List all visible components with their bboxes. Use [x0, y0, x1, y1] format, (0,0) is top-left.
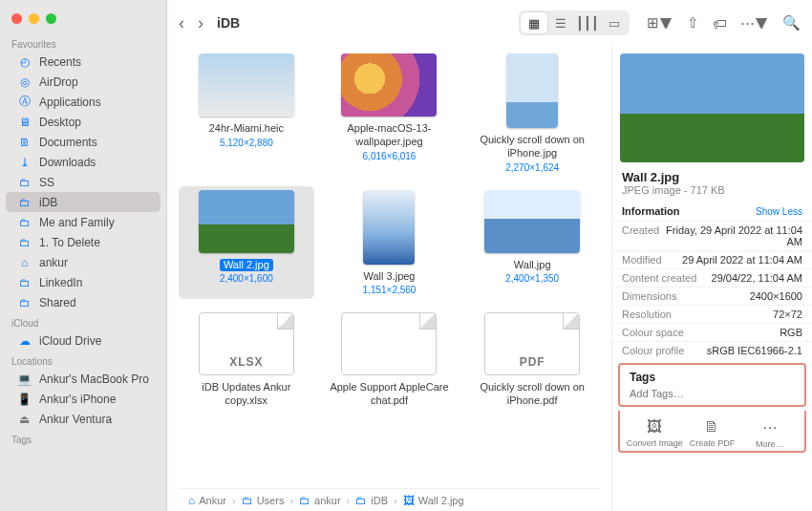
document-icon: [341, 312, 437, 375]
icon-view-button[interactable]: ▦: [521, 12, 547, 33]
inspector-filename: Wall 2.jpg: [612, 170, 812, 184]
desktop-icon: 🖥: [17, 115, 32, 129]
info-value: 29 April 2022 at 11:04 AM: [682, 254, 802, 266]
disk-icon: ⏏: [17, 412, 32, 426]
sidebar-item-shared[interactable]: 🗀Shared: [6, 292, 160, 312]
window-controls: [0, 6, 166, 33]
share-button[interactable]: ⇧: [687, 14, 699, 32]
sidebar-item-1-to-delete[interactable]: 🗀1. To Delete: [6, 232, 160, 252]
sidebar-heading: Tags: [0, 429, 166, 447]
path-crumb[interactable]: 🗀iDB: [355, 494, 388, 507]
file-name-label: Wall 3.jpeg: [363, 270, 415, 284]
actions-button[interactable]: ⋯⯆: [740, 14, 769, 32]
apps-icon: Ⓐ: [17, 95, 32, 109]
image-thumbnail: [199, 53, 294, 117]
folder-icon: 🗀: [299, 494, 310, 507]
sidebar-item-label: Recents: [39, 55, 81, 69]
add-tags-input[interactable]: [630, 388, 795, 399]
file-tile[interactable]: PDFQuickly scroll down on iPhone.pdf: [464, 309, 600, 412]
sidebar-item-icloud-drive[interactable]: ☁iCloud Drive: [6, 330, 160, 351]
file-tile[interactable]: Wall 3.jpeg1,151×2,560: [322, 186, 458, 300]
quick-action-convert-image[interactable]: 🖼Convert Image: [626, 418, 683, 449]
file-tile[interactable]: Wall 2.jpg2,400×1,600: [179, 186, 314, 300]
path-crumb-label: Wall 2.jpg: [418, 495, 464, 506]
sidebar-item-ss[interactable]: 🗀SS: [6, 172, 160, 192]
group-by-button[interactable]: ⊞⯆: [647, 14, 673, 32]
sidebar-item-recents[interactable]: ◴Recents: [6, 52, 160, 72]
sidebar-item-documents[interactable]: 🗎Documents: [6, 132, 160, 152]
info-key: Colour space: [622, 327, 684, 338]
quick-action-create-pdf[interactable]: 🗎Create PDF: [683, 418, 740, 449]
sidebar-item-idb[interactable]: 🗀iDB: [6, 192, 160, 212]
file-name-label: Quickly scroll down on iPhone.pdf: [470, 381, 594, 408]
sidebar-item-downloads[interactable]: ⤓Downloads: [6, 152, 160, 172]
info-key: Content created: [622, 272, 696, 284]
path-crumb[interactable]: 🖼Wall 2.jpg: [403, 494, 464, 507]
close-window-button[interactable]: [11, 13, 22, 24]
view-switcher: ▦ ☰ ┃┃┃ ▭: [519, 11, 630, 35]
sidebar-item-label: SS: [39, 176, 54, 189]
sidebar-item-ankur[interactable]: ⌂ankur: [6, 252, 160, 272]
sidebar-item-desktop[interactable]: 🖥Desktop: [6, 112, 160, 132]
path-crumb[interactable]: ⌂Ankur: [188, 494, 226, 507]
info-value: 2400×1600: [750, 290, 802, 302]
file-tile[interactable]: 24hr-Miami.heic5,120×2,880: [179, 50, 314, 177]
quick-action-more-[interactable]: ⋯More…: [741, 418, 799, 449]
file-tile[interactable]: XLSXiDB Updates Ankur copy.xlsx: [179, 309, 314, 412]
minimize-window-button[interactable]: [29, 13, 39, 24]
path-crumb-label: iDB: [371, 495, 388, 506]
quick-actions: 🖼Convert Image🗎Create PDF⋯More…: [618, 411, 806, 453]
icloud-icon: ☁: [17, 333, 32, 348]
folder-icon: 🗀: [242, 494, 253, 507]
sidebar-item-ankur-s-macbook-pro[interactable]: 💻Ankur's MacBook Pro: [6, 369, 160, 389]
chevron-right-icon: [288, 495, 295, 506]
column-view-button[interactable]: ┃┃┃: [574, 12, 601, 33]
path-crumb-label: Ankur: [199, 495, 226, 506]
sidebar-item-ankur-s-iphone[interactable]: 📱Ankur's iPhone: [6, 389, 160, 409]
path-crumb-label: Users: [257, 495, 285, 506]
sidebar-item-linkedin[interactable]: 🗀LinkedIn: [6, 272, 160, 292]
main-pane: ‹ › iDB ▦ ☰ ┃┃┃ ▭ ⊞⯆ ⇧ 🏷 ⋯⯆ 🔍 24hr-Miami…: [167, 0, 812, 511]
folder-icon: 🗀: [17, 215, 32, 229]
info-key: Dimensions: [622, 290, 676, 302]
image-thumbnail: [363, 190, 415, 265]
back-button[interactable]: ‹: [179, 13, 184, 33]
path-crumb[interactable]: 🗀Users: [242, 494, 285, 507]
list-view-button[interactable]: ☰: [547, 12, 574, 33]
info-row: Colour spaceRGB: [612, 323, 812, 341]
quick-action-label: More…: [756, 439, 784, 449]
sidebar-item-airdrop[interactable]: ◎AirDrop: [6, 72, 160, 92]
file-dimensions-label: 1,151×2,560: [363, 285, 417, 295]
sidebar-item-label: Desktop: [39, 116, 81, 129]
image-thumbnail: [506, 53, 558, 128]
path-crumb[interactable]: 🗀ankur: [299, 494, 341, 507]
info-row: Colour profilesRGB IEC61966-2.1: [612, 341, 812, 359]
file-name-label: 24hr-Miami.heic: [209, 122, 284, 136]
sidebar-item-ankur-ventura[interactable]: ⏏Ankur Ventura: [6, 409, 160, 429]
gallery-view-button[interactable]: ▭: [601, 12, 628, 33]
tags-button[interactable]: 🏷: [713, 15, 727, 32]
info-row: CreatedFriday, 29 April 2022 at 11:04 AM: [612, 221, 812, 250]
search-button[interactable]: 🔍: [782, 14, 801, 32]
file-extension-badge: PDF: [520, 355, 545, 369]
file-name-label: Quickly scroll down on iPhone.jpg: [470, 134, 594, 160]
doc-icon: 🗎: [704, 418, 719, 436]
phone-icon: 📱: [17, 392, 32, 406]
sidebar-heading: Locations: [0, 351, 166, 369]
path-crumb-label: ankur: [314, 495, 341, 506]
image-thumbnail: [199, 190, 294, 253]
show-less-link[interactable]: Show Less: [756, 206, 802, 217]
file-name-label: Wall.jpg: [514, 259, 551, 272]
file-tile[interactable]: Apple Support AppleCare chat.pdf: [322, 309, 458, 412]
forward-button[interactable]: ›: [198, 13, 203, 33]
file-tile[interactable]: Quickly scroll down on iPhone.jpg2,270×1…: [464, 50, 600, 177]
sidebar-item-me-and-family[interactable]: 🗀Me and Family: [6, 212, 160, 232]
tags-heading: Tags: [630, 371, 795, 384]
quick-action-label: Create PDF: [690, 438, 736, 448]
file-extension-badge: XLSX: [229, 355, 263, 369]
sidebar-item-applications[interactable]: ⒶApplications: [6, 92, 160, 112]
info-key: Resolution: [622, 309, 672, 320]
file-tile[interactable]: Apple-macOS-13-wallpaper.jpeg6,016×6,016: [322, 50, 458, 177]
zoom-window-button[interactable]: [46, 13, 56, 24]
file-tile[interactable]: Wall.jpg2,400×1,350: [464, 186, 600, 300]
